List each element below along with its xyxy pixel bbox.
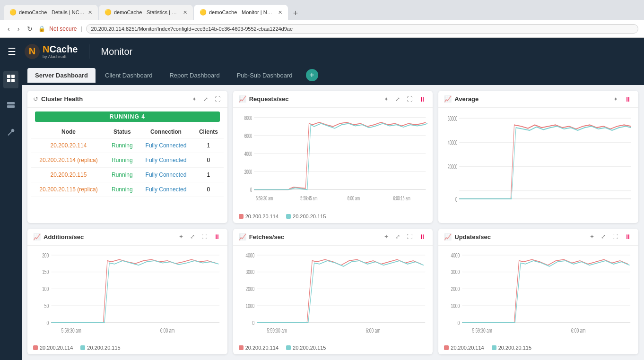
- requests-chart-svg: 8000 6000 4000 2000 0 5:59:30 am 5:59:45: [237, 111, 429, 208]
- updates-header: 📈 Updates/sec ✦ ⤢ ⛶ ⏸: [438, 229, 638, 246]
- svg-text:6:00 am: 6:00 am: [571, 327, 586, 334]
- fetches-actions: ✦ ⤢ ⛶ ⏸: [383, 232, 427, 241]
- tab-statistics[interactable]: 🟡 demoCache - Statistics | NCache ✕: [99, 5, 193, 20]
- clients-cell: 0: [193, 153, 224, 168]
- requests-pause-btn[interactable]: ⏸: [418, 95, 427, 103]
- reload-button[interactable]: ↻: [25, 24, 35, 34]
- requests-expand-btn[interactable]: ⤢: [394, 95, 401, 103]
- node-link[interactable]: 20.200.20.114: [51, 142, 87, 149]
- fetches-header: 📈 Fetches/sec ✦ ⤢ ⛶ ⏸: [233, 229, 433, 246]
- fetches-panel: 📈 Fetches/sec ✦ ⤢ ⛶ ⏸: [233, 229, 433, 355]
- tab-bar: 🟡 demoCache - Details | NCache ✕ 🟡 demoC…: [0, 0, 644, 20]
- address-bar: ‹ › ↻ 🔒 Not secure |: [0, 20, 644, 38]
- fetches-expand-btn[interactable]: ⤢: [394, 233, 401, 240]
- tab-client-dashboard[interactable]: Client Dashboard: [97, 68, 160, 83]
- additions-pause-btn[interactable]: ⏸: [212, 232, 222, 241]
- new-tab-button[interactable]: +: [289, 7, 302, 20]
- cluster-pin-btn[interactable]: ✦: [191, 95, 198, 103]
- svg-text:5:59:30 am: 5:59:30 am: [267, 327, 287, 334]
- cluster-health-panel: ↺ Cluster Health ✦ ⤢ ⛶ RUNNING 4: [27, 91, 227, 223]
- updates-chart-svg: 4000 3000 2000 1000 0 5:59:30 am 6:00 am: [442, 249, 635, 340]
- hamburger-menu[interactable]: ☰: [8, 46, 16, 57]
- additions-icon: 📈: [33, 233, 41, 240]
- address-separator: |: [80, 26, 82, 32]
- tab-report-dashboard[interactable]: Report Dashboard: [162, 68, 227, 83]
- svg-text:8000: 8000: [244, 115, 252, 121]
- status-cell: Running: [112, 142, 133, 149]
- svg-text:200: 200: [42, 252, 49, 258]
- fetches-pause-btn[interactable]: ⏸: [418, 232, 427, 241]
- tab-server-dashboard[interactable]: Server Dashboard: [27, 68, 96, 83]
- updates-actions: ✦ ⤢ ⛶ ⏸: [588, 232, 633, 241]
- tab-close-1[interactable]: ✕: [88, 9, 92, 16]
- average-pause-btn[interactable]: ⏸: [623, 95, 633, 103]
- sidebar-item-tools[interactable]: [3, 125, 18, 142]
- cluster-fullscreen-btn[interactable]: ⛶: [213, 95, 222, 103]
- node-link[interactable]: 20.200.20.114 (replica): [39, 157, 97, 163]
- tab-close-3[interactable]: ✕: [278, 9, 282, 16]
- svg-text:2000: 2000: [245, 286, 254, 292]
- svg-text:5:59:45 am: 5:59:45 am: [300, 195, 317, 202]
- svg-text:6000: 6000: [244, 133, 252, 139]
- additions-fullscreen-btn[interactable]: ⛶: [200, 233, 209, 240]
- updates-legend-dot-1: [444, 345, 449, 350]
- additions-legend-dot-2: [80, 345, 85, 350]
- main-content: Server Dashboard Client Dashboard Report…: [0, 65, 644, 360]
- cluster-expand-btn[interactable]: ⤢: [202, 95, 209, 103]
- average-icon: 📈: [444, 95, 452, 103]
- additions-pin-btn[interactable]: ✦: [177, 233, 185, 240]
- requests-chart-area: 8000 6000 4000 2000 0 5:59:30 am 5:59:45: [233, 108, 433, 212]
- updates-chart-area: 4000 3000 2000 1000 0 5:59:30 am 6:00 am: [438, 246, 638, 343]
- updates-fullscreen-btn[interactable]: ⛶: [611, 233, 619, 240]
- tab-close-2[interactable]: ✕: [183, 9, 187, 16]
- updates-legend-dot-2: [492, 345, 496, 350]
- forward-button[interactable]: ›: [16, 24, 22, 34]
- tab-monitor[interactable]: 🟡 demoCache - Monitor | NCache ✕: [194, 5, 288, 20]
- additions-actions: ✦ ⤢ ⛶ ⏸: [177, 232, 222, 241]
- svg-rect-4: [7, 79, 10, 82]
- requests-pin-btn[interactable]: ✦: [383, 95, 390, 103]
- tab-favicon-1: 🟡: [9, 9, 16, 16]
- updates-expand-btn[interactable]: ⤢: [600, 233, 607, 240]
- tab-details[interactable]: 🟡 demoCache - Details | NCache ✕: [4, 5, 98, 20]
- clients-cell: 1: [193, 138, 224, 153]
- updates-pin-btn[interactable]: ✦: [588, 233, 596, 240]
- add-dashboard-button[interactable]: +: [306, 69, 318, 81]
- address-input[interactable]: [86, 24, 639, 34]
- node-link[interactable]: 20.200.20.115 (replica): [39, 186, 97, 193]
- additions-legend: 20.200.20.114 20.200.20.115: [27, 343, 227, 354]
- svg-text:0: 0: [47, 320, 49, 326]
- status-cell: Running: [112, 186, 133, 193]
- fetches-chart-area: 4000 3000 2000 1000 0 5:59:30 am 6:00 am: [233, 246, 433, 343]
- connection-cell: Fully Connected: [146, 142, 187, 149]
- svg-point-8: [8, 103, 9, 104]
- svg-text:2000: 2000: [451, 286, 460, 292]
- requests-legend-dot-1: [239, 214, 244, 219]
- svg-text:50: 50: [44, 303, 49, 309]
- average-pin-btn[interactable]: ✦: [612, 95, 619, 103]
- cluster-table: Node Status Connection Clients 20.200.20…: [31, 126, 224, 197]
- fetches-fullscreen-btn[interactable]: ⛶: [405, 233, 414, 240]
- updates-pause-btn[interactable]: ⏸: [623, 232, 633, 241]
- svg-text:6:00:15 am: 6:00:15 am: [393, 195, 410, 202]
- svg-text:3000: 3000: [451, 269, 460, 275]
- svg-text:1000: 1000: [451, 303, 460, 309]
- node-link[interactable]: 20.200.20.115: [51, 171, 87, 178]
- logo-icon: N: [24, 43, 41, 60]
- svg-text:6:00 am: 6:00 am: [366, 327, 380, 334]
- connection-cell: Fully Connected: [146, 171, 187, 178]
- average-title: Average: [454, 95, 609, 103]
- clients-cell: 1: [193, 168, 224, 182]
- fetches-icon: 📈: [239, 233, 246, 240]
- sidebar-item-servers[interactable]: [3, 98, 18, 115]
- additions-expand-btn[interactable]: ⤢: [189, 233, 196, 240]
- tab-label-3: demoCache - Monitor | NCache: [209, 9, 275, 15]
- requests-fullscreen-btn[interactable]: ⛶: [405, 95, 414, 103]
- back-button[interactable]: ‹: [6, 24, 12, 34]
- fetches-pin-btn[interactable]: ✦: [383, 233, 390, 240]
- tab-pubsub-dashboard[interactable]: Pub-Sub Dashboard: [229, 68, 300, 83]
- svg-text:60000: 60000: [448, 115, 457, 122]
- svg-text:4000: 4000: [245, 252, 254, 258]
- svg-text:N: N: [29, 46, 35, 56]
- sidebar-item-dashboard[interactable]: [3, 71, 18, 88]
